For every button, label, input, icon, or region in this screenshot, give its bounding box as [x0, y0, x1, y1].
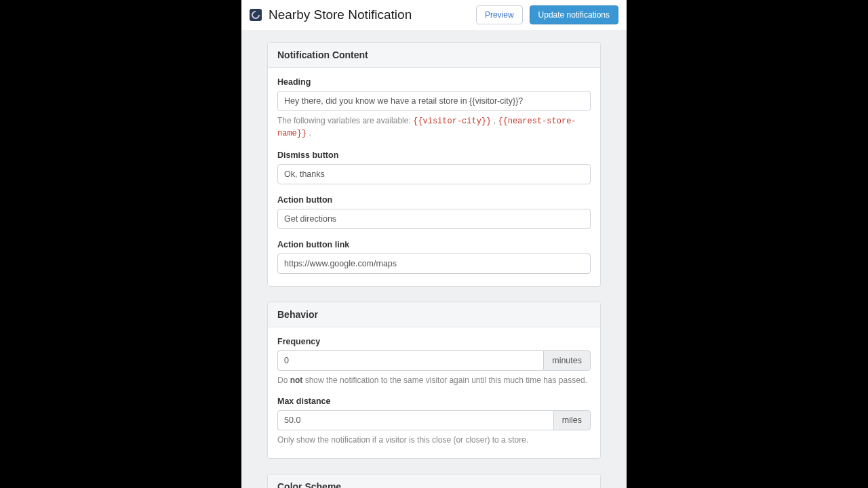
max-distance-input[interactable] — [277, 410, 553, 430]
color-scheme-card: Color Scheme Notification background Hea… — [267, 474, 601, 488]
max-distance-label: Max distance — [277, 396, 591, 406]
topbar: Nearby Store Notification Preview Update… — [241, 0, 627, 30]
action-button-input[interactable] — [277, 209, 591, 229]
dismiss-button-input[interactable] — [277, 164, 591, 184]
behavior-card: Behavior Frequency minutes Do not show t… — [267, 302, 601, 460]
card-header: Behavior — [268, 302, 600, 327]
action-link-label: Action button link — [277, 240, 591, 249]
frequency-unit: minutes — [543, 350, 591, 371]
content-area: Notification Content Heading The followi… — [241, 30, 627, 488]
frequency-label: Frequency — [277, 337, 591, 346]
max-distance-unit: miles — [553, 410, 591, 430]
page-title: Nearby Store Notification — [269, 7, 469, 22]
card-header: Notification Content — [268, 43, 600, 68]
heading-input[interactable] — [277, 91, 591, 111]
frequency-help-text: Do not show the notification to the same… — [277, 375, 591, 386]
preview-button[interactable]: Preview — [476, 5, 523, 24]
app-logo-icon — [250, 9, 262, 21]
dismiss-button-label: Dismiss button — [277, 150, 591, 160]
variable-token: {{visitor-city}} — [413, 117, 491, 126]
heading-label: Heading — [277, 77, 591, 87]
app-frame: Nearby Store Notification Preview Update… — [241, 0, 627, 488]
action-button-label: Action button — [277, 195, 591, 205]
frequency-input[interactable] — [277, 350, 543, 371]
max-distance-help-text: Only show the notification if a visitor … — [277, 434, 591, 446]
action-link-input[interactable] — [277, 253, 591, 274]
notification-content-card: Notification Content Heading The followi… — [267, 42, 601, 287]
update-notifications-button[interactable]: Update notifications — [530, 5, 618, 24]
card-header: Color Scheme — [268, 474, 600, 488]
variables-help-text: The following variables are available: {… — [277, 115, 591, 140]
